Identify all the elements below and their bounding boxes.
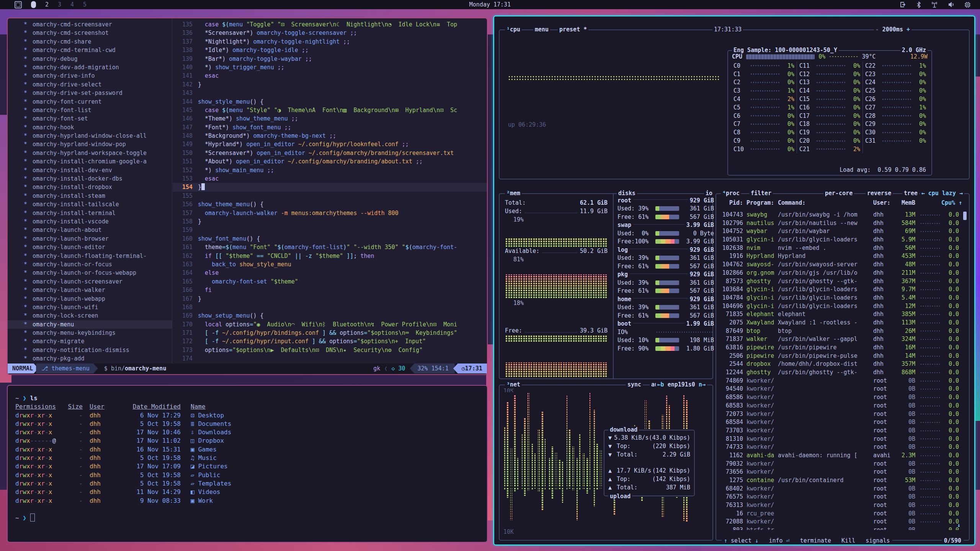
process-row[interactable]: 74869kworker/root0B0.0 — [722, 377, 959, 385]
file-list-item[interactable]: *omarchy-install-dropbox — [8, 183, 172, 191]
workspace-2[interactable]: 2 — [45, 1, 49, 8]
file-list-item[interactable]: *omarchy-install-tailscale — [8, 200, 172, 209]
file-list-item[interactable]: *omarchy-pkg-add — [8, 354, 172, 363]
file-list-item[interactable]: *omarchy-launch-walker — [8, 286, 172, 294]
file-list-item[interactable]: *omarchy-migrate — [8, 337, 172, 346]
file-list-item[interactable]: *omarchy-install-docker-dbs — [8, 174, 172, 183]
proc-filter-button[interactable]: filter — [749, 190, 773, 197]
file-list-item[interactable]: *omarchy-cmd-share — [8, 37, 172, 46]
process-row[interactable]: 102796nautilus/usr/bin/nautilus --newdhh… — [722, 219, 959, 228]
bluetooth-icon[interactable] — [916, 2, 921, 8]
disks-io-toggle[interactable]: io — [704, 190, 714, 197]
process-row[interactable]: 104784glycin-i/usr/lib/glycin-loadersdhh… — [722, 294, 959, 302]
process-row[interactable]: 16rcu_preeroot0B0.0 — [722, 510, 959, 518]
file-list-item[interactable]: *omarchy-drive-set-password — [8, 89, 172, 97]
process-row[interactable]: 72088kworker/root0B0.0 — [722, 518, 959, 526]
process-row[interactable]: 105031glycin-i/usr/lib/glycin-loadersdhh… — [722, 236, 959, 244]
menu-button[interactable]: menu — [533, 26, 550, 33]
file-list-item[interactable]: *omarchy-launch-floating-terminal- — [8, 252, 172, 260]
process-row[interactable]: 71835elephantelephantdhh385M0.0 — [722, 310, 959, 319]
process-row[interactable]: 68583kworker/root0B0.0 — [722, 402, 959, 410]
process-row[interactable]: 104762swayosd-/usr/bin/swayosd-serverdhh… — [722, 261, 959, 269]
file-list-item[interactable]: *omarchy-launch-about — [8, 226, 172, 234]
process-row[interactable]: 73656kworker/root0B0.0 — [722, 468, 959, 476]
process-row[interactable]: 1916HyprlandHyprlanddhh453M0.0 — [722, 252, 959, 261]
process-row[interactable]: 87573ghostty/usr/bin/ghostty --gtk-dhh36… — [722, 277, 959, 286]
file-list-item[interactable]: *omarchy-launch-or-focus-webapp — [8, 269, 172, 277]
volume-icon[interactable] — [948, 2, 955, 8]
file-list-item[interactable]: *omarchy-hyprland-window-close-all — [8, 132, 172, 140]
file-list-item[interactable]: *omarchy-debug — [8, 55, 172, 63]
process-row[interactable]: 63816pipewire/usr/bin/pipewiredhh16M0.0 — [722, 344, 959, 352]
process-row[interactable]: 1275containe/usr/bin/containerdroot53M0.… — [722, 476, 959, 485]
process-row[interactable]: 68584kworker/root0B0.0 — [722, 418, 959, 427]
process-row[interactable]: 87649btopbtopdhh26M0.0 — [722, 327, 959, 336]
file-list-item[interactable]: *omarchy-install-dev-env — [8, 166, 172, 174]
file-list-item[interactable]: *omarchy-menu-keybindings — [8, 329, 172, 337]
process-row[interactable]: 74733kworker/root0B0.0 — [722, 443, 959, 452]
workspace-4[interactable]: 4 — [70, 1, 74, 8]
wifi-icon[interactable] — [930, 2, 939, 8]
preset-button[interactable]: preset * — [558, 26, 588, 33]
net-sync-button[interactable]: sync — [626, 381, 643, 388]
process-row[interactable]: 68402kworker/root0B0.0 — [722, 485, 959, 493]
file-list-item[interactable]: *omarchy-launch-screensaver — [8, 277, 172, 286]
proc-scrollbar[interactable] — [963, 212, 967, 220]
file-list-item[interactable]: *omarchy-launch-or-focus — [8, 260, 172, 269]
file-list-item[interactable]: *omarchy-drive-info — [8, 72, 172, 80]
file-list-item[interactable]: *omarchy-font-list — [8, 106, 172, 114]
nvim-window[interactable]: *omarchy-cmd-screensaver*omarchy-cmd-scr… — [7, 18, 488, 375]
process-row[interactable]: 79032kworker/root0B0.0 — [722, 460, 959, 468]
net-panel-title[interactable]: ³net — [505, 381, 522, 388]
process-row[interactable]: 94540kworker/root0B0.0 — [722, 385, 959, 393]
code-editor-pane[interactable]: 135 case $(menu "Toggle" "⊡ Screensaver\… — [173, 18, 487, 366]
process-row[interactable]: 2075XwaylandXwayland :1 -rootless -dhh11… — [722, 319, 959, 327]
file-list-item[interactable]: *omarchy-install-vscode — [8, 217, 172, 226]
workspace-switcher[interactable]: 2 3 4 5 — [15, 1, 87, 8]
process-row[interactable]: 103684glycin-i/usr/lib/glycin-loadersdhh… — [722, 285, 959, 294]
file-list-item[interactable]: *omarchy-launch-editor — [8, 243, 172, 251]
process-row[interactable]: 102866org.gnom/usr/bin/gjs /usr/lib/odhh… — [722, 269, 959, 277]
file-list-item[interactable]: *omarchy-install-steam — [8, 192, 172, 200]
workspace-5[interactable]: 5 — [83, 1, 87, 8]
proc-reverse-button[interactable]: reverse — [866, 190, 893, 197]
file-list-item[interactable]: *omarchy-hyprland-workspace-toggle — [8, 149, 172, 157]
screencast-icon[interactable] — [900, 2, 907, 8]
process-list[interactable]: 104743swaybg/usr/bin/swaybg -i /homdhh13… — [716, 211, 969, 530]
disks-title[interactable]: disks — [617, 190, 637, 197]
process-row[interactable]: 102638nvimnvim --embed .dhh56M0.0 — [722, 244, 959, 253]
net-interface[interactable]: ←b enp191s0 n→ — [656, 381, 707, 388]
process-row[interactable]: 104752waybar/usr/bin/waybardhh69M0.0 — [722, 227, 959, 236]
process-row[interactable]: 104696glycin-i/usr/lib/glycin-loadersdhh… — [722, 302, 959, 311]
process-row[interactable]: 2506pipewire/usr/bin/pipewire-pulsedhh14… — [722, 352, 959, 360]
file-list-item[interactable]: *omarchy-install-terminal — [8, 209, 172, 217]
process-row[interactable]: 73703kworker/root0B0.0 — [722, 427, 959, 435]
prompt-line-2[interactable]: ~ ❯ — [15, 514, 487, 522]
proc-percore-button[interactable]: per-core — [823, 190, 854, 197]
file-list-item[interactable]: *omarchy-dev-add-migration — [8, 63, 172, 72]
process-row[interactable]: 104743swaybg/usr/bin/swaybg -i /homdhh13… — [722, 211, 959, 219]
file-list-item[interactable]: *omarchy-font-set — [8, 114, 172, 123]
file-list-item[interactable]: *omarchy-cmd-screenshot — [8, 29, 172, 37]
proc-tree-button[interactable]: tree — [902, 190, 919, 197]
process-row[interactable]: 803btrfs-trroot0B0.0 — [722, 526, 959, 530]
chip-icon[interactable] — [964, 2, 971, 8]
file-list-item[interactable]: *omarchy-hyprland-window-pop — [8, 140, 172, 148]
proc-key-hints[interactable]: ↑ select ↓ info ⏎ terminate Kill signals — [722, 537, 892, 544]
refresh-interval[interactable]: - 2000ms + — [874, 26, 911, 33]
file-list-item[interactable]: *omarchy-drive-select — [8, 80, 172, 89]
process-row[interactable]: 76313kworker/root0B0.0 — [722, 501, 959, 510]
proc-sort-selector[interactable]: ← cpu lazy → — [920, 190, 964, 197]
btop-window[interactable]: ¹cpu menu preset * 17:31:33 - 2000ms + u… — [493, 15, 975, 546]
file-list-item[interactable]: *omarchy-hook — [8, 123, 172, 132]
process-row[interactable]: 68586kworker/root0B0.0 — [722, 393, 959, 402]
file-list-item[interactable]: *omarchy-cmd-terminal-cwd — [8, 46, 172, 54]
process-row[interactable]: 76575kworker/root0B0.0 — [722, 493, 959, 501]
file-list-item[interactable]: *omarchy-lock-screen — [8, 311, 172, 320]
process-row[interactable]: 72073kworker/root0B0.0 — [722, 410, 959, 419]
process-row[interactable]: 2544dropbox/home/dhh/.dropbox-distdhh357… — [722, 360, 959, 368]
cpu-panel-title[interactable]: ¹cpu — [505, 26, 522, 33]
process-row[interactable]: 71837walker/usr/bin/walker --gappldhh324… — [722, 335, 959, 344]
process-row[interactable]: 81310kworker/root0B0.0 — [722, 435, 959, 443]
proc-panel-title[interactable]: ⁴proc — [721, 190, 741, 197]
